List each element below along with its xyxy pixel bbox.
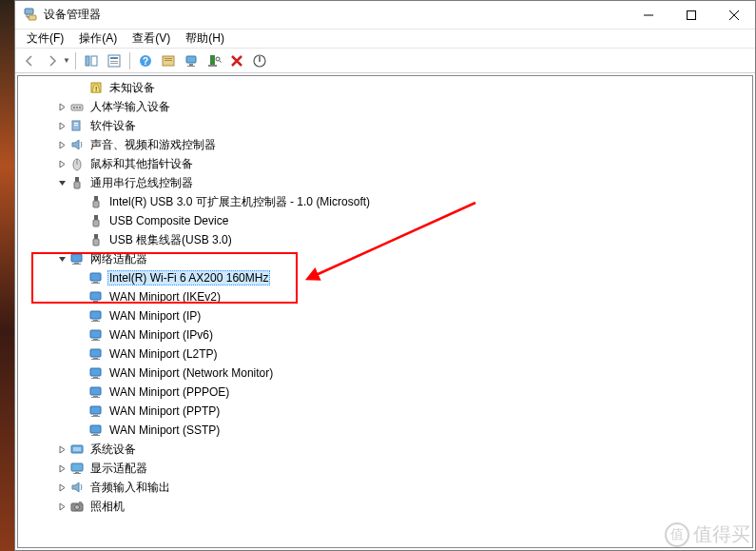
- svg-rect-17: [210, 55, 215, 65]
- svg-rect-45: [91, 283, 100, 284]
- expand-icon[interactable]: [54, 118, 69, 133]
- svg-rect-1: [29, 15, 36, 20]
- scan-hardware-button[interactable]: [204, 50, 224, 71]
- tree-node[interactable]: 照相机: [18, 497, 752, 516]
- tree-node[interactable]: WAN Miniport (PPTP): [18, 402, 752, 421]
- expand-icon[interactable]: [54, 137, 69, 152]
- net-icon: [88, 270, 104, 285]
- tree-node-label: 通用串行总线控制器: [88, 174, 195, 192]
- menu-help[interactable]: 帮助(H): [178, 29, 232, 49]
- svg-rect-26: [79, 107, 81, 108]
- expand-icon[interactable]: [54, 99, 69, 114]
- svg-rect-28: [74, 123, 78, 124]
- svg-rect-59: [93, 377, 98, 378]
- uninstall-button[interactable]: [226, 50, 247, 71]
- tree-node[interactable]: 软件设备: [18, 116, 752, 135]
- disable-button[interactable]: [249, 50, 270, 71]
- expand-icon[interactable]: [54, 499, 69, 514]
- usb-icon: [88, 194, 104, 209]
- collapse-icon[interactable]: [54, 251, 69, 266]
- device-tree[interactable]: !未知设备人体学输入设备软件设备声音、视频和游戏控制器鼠标和其他指针设备通用串行…: [18, 76, 752, 547]
- svg-rect-29: [74, 125, 78, 126]
- tree-node-label: Intel(R) USB 3.0 可扩展主机控制器 - 1.0 (Microso…: [107, 193, 372, 211]
- nav-back-button[interactable]: [19, 50, 40, 71]
- tree-node[interactable]: WAN Miniport (SSTP): [18, 421, 752, 440]
- tree-node-label: WAN Miniport (IPv6): [107, 327, 215, 343]
- maximize-button[interactable]: [669, 1, 712, 29]
- tree-node[interactable]: Intel(R) Wi-Fi 6 AX200 160MHz: [18, 268, 752, 287]
- svg-rect-42: [72, 264, 81, 265]
- svg-rect-58: [90, 368, 101, 376]
- tree-node[interactable]: WAN Miniport (IKEv2): [18, 287, 752, 306]
- expand-icon[interactable]: [54, 480, 69, 495]
- svg-rect-6: [110, 57, 118, 59]
- tree-node[interactable]: WAN Miniport (PPPOE): [18, 383, 752, 402]
- tree-node[interactable]: 网络适配器: [18, 249, 752, 268]
- usb-icon: [69, 175, 85, 190]
- svg-rect-49: [90, 311, 101, 319]
- svg-rect-50: [93, 320, 98, 321]
- expand-icon[interactable]: [54, 461, 69, 476]
- action-button[interactable]: [158, 50, 179, 71]
- tree-node[interactable]: 鼠标和其他指针设备: [18, 154, 752, 173]
- svg-rect-3: [86, 56, 89, 66]
- svg-rect-12: [165, 58, 172, 59]
- show-hide-console-tree-button[interactable]: [81, 50, 102, 71]
- svg-rect-67: [90, 425, 101, 433]
- sw-icon: [69, 118, 85, 133]
- tree-node-label: 网络适配器: [88, 250, 149, 268]
- tree-node-label: WAN Miniport (IKEv2): [107, 289, 223, 305]
- tree-node[interactable]: 音频输入和输出: [18, 478, 752, 497]
- tree-node-label: WAN Miniport (PPPOE): [107, 384, 231, 400]
- svg-rect-38: [94, 234, 98, 239]
- svg-rect-72: [71, 463, 83, 471]
- tree-node[interactable]: USB Composite Device: [18, 211, 752, 230]
- tree-node-label: 软件设备: [88, 117, 138, 135]
- tree-node[interactable]: 人体学输入设备: [18, 97, 752, 116]
- svg-rect-61: [90, 387, 101, 395]
- tree-node[interactable]: 系统设备: [18, 440, 752, 459]
- tree-node[interactable]: WAN Miniport (IP): [18, 306, 752, 325]
- tree-node-label: USB 根集线器(USB 3.0): [107, 231, 234, 249]
- nav-dropdown-icon[interactable]: ▼: [63, 56, 70, 65]
- tree-node[interactable]: USB 根集线器(USB 3.0): [18, 230, 752, 249]
- nav-forward-button[interactable]: [42, 50, 63, 71]
- tree-node[interactable]: WAN Miniport (L2TP): [18, 344, 752, 364]
- menu-action[interactable]: 操作(A): [71, 29, 125, 49]
- tree-node-label: WAN Miniport (PPTP): [107, 403, 222, 419]
- minimize-button[interactable]: [627, 1, 669, 29]
- tree-node[interactable]: WAN Miniport (Network Monitor): [18, 364, 752, 383]
- audio-icon: [69, 137, 85, 152]
- help-button[interactable]: ?: [135, 50, 156, 71]
- tree-node[interactable]: 显示适配器: [18, 459, 752, 478]
- watermark: 值 值得买: [665, 521, 750, 547]
- menu-view[interactable]: 查看(V): [125, 29, 178, 49]
- net-icon: [88, 403, 104, 419]
- tree-node-label: 显示适配器: [88, 460, 149, 478]
- tree-node-label: 人体学输入设备: [88, 98, 172, 116]
- tree-node[interactable]: Intel(R) USB 3.0 可扩展主机控制器 - 1.0 (Microso…: [18, 192, 752, 211]
- titlebar: 设备管理器: [15, 1, 755, 30]
- expand-icon[interactable]: [54, 442, 69, 457]
- menu-file[interactable]: 文件(F): [19, 29, 71, 49]
- toolbar: ▼ ?: [15, 49, 755, 73]
- no-expand-icon: [73, 365, 88, 381]
- update-driver-button[interactable]: [181, 50, 202, 71]
- no-expand-icon: [73, 327, 88, 343]
- tree-node-label: WAN Miniport (L2TP): [107, 346, 220, 362]
- collapse-icon[interactable]: [54, 175, 69, 190]
- expand-icon[interactable]: [54, 156, 69, 171]
- properties-button[interactable]: [104, 50, 125, 71]
- tree-node-label: 音频输入和输出: [88, 479, 172, 497]
- tree-node[interactable]: 通用串行总线控制器: [18, 173, 752, 192]
- svg-rect-65: [93, 415, 98, 416]
- tree-node[interactable]: !未知设备: [18, 78, 752, 97]
- svg-rect-24: [73, 107, 75, 108]
- svg-rect-63: [91, 397, 100, 398]
- audio-icon: [69, 480, 85, 495]
- svg-rect-40: [71, 254, 82, 262]
- sys-icon: [69, 442, 85, 457]
- tree-node[interactable]: 声音、视频和游戏控制器: [18, 135, 752, 154]
- tree-node[interactable]: WAN Miniport (IPv6): [18, 325, 752, 344]
- close-button[interactable]: [712, 1, 755, 29]
